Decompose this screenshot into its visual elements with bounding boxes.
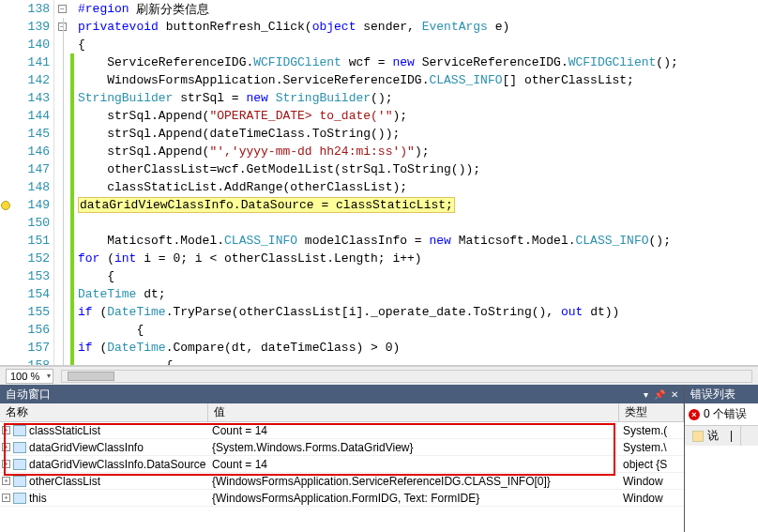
expand-icon[interactable]: + [2, 477, 10, 485]
fold-toggle[interactable]: − [58, 5, 67, 13]
line-number: 153 [0, 267, 53, 285]
line-number: 142 [0, 71, 53, 89]
line-number: 138 [0, 0, 53, 18]
variable-icon [13, 476, 26, 487]
expand-icon[interactable]: + [2, 494, 10, 502]
line-number: 141 [0, 53, 53, 71]
line-number: 143 [0, 89, 53, 107]
line-number: 139 [0, 18, 53, 36]
line-number: 148 [0, 178, 53, 196]
error-list-tabs: 说 | [685, 425, 758, 446]
code-area[interactable]: #region 刷新分类信息 private void buttonRefres… [74, 0, 758, 365]
line-number: 145 [0, 125, 53, 143]
line-number-gutter: 138 139 140 141 142 143 144 145 146 147 … [0, 0, 54, 365]
line-number: 149 [0, 196, 53, 214]
close-icon[interactable]: ✕ [671, 389, 678, 400]
error-list-panel: 错误列表 × 0 个错误 说 | [685, 385, 758, 532]
autos-panel-header[interactable]: 自动窗口 ▾ 📌 ✕ [0, 385, 684, 403]
table-row[interactable]: +dataGridViewClassInfo {System.Windows.F… [0, 439, 684, 456]
col-value[interactable]: 值 [208, 403, 619, 421]
line-number: 157 [0, 339, 53, 357]
variable-icon [13, 442, 26, 453]
line-number: 140 [0, 36, 53, 53]
autos-grid-header: 名称 值 类型 [0, 403, 684, 422]
table-row[interactable]: +this {WindowsFormsApplication.FormIDG, … [0, 490, 684, 507]
horizontal-scrollbar[interactable] [61, 370, 752, 383]
variable-icon [13, 425, 26, 436]
highlighted-statement: dataGridViewClassInfo.DataSource = class… [78, 197, 455, 213]
error-count-row[interactable]: × 0 个错误 [685, 403, 758, 425]
tab-icon [692, 431, 704, 442]
scroll-thumb[interactable] [68, 372, 114, 381]
zoom-combo[interactable]: 100 % [6, 369, 53, 384]
line-number: 154 [0, 285, 53, 303]
line-number: 155 [0, 303, 53, 321]
expand-icon[interactable]: + [2, 460, 10, 468]
line-number: 146 [0, 143, 53, 160]
bottom-panels: 自动窗口 ▾ 📌 ✕ 名称 值 类型 +classStaticList Coun… [0, 385, 758, 532]
error-list-header[interactable]: 错误列表 [685, 385, 758, 403]
autos-panel: 自动窗口 ▾ 📌 ✕ 名称 值 类型 +classStaticList Coun… [0, 385, 685, 532]
expand-icon[interactable]: + [2, 443, 10, 451]
code-editor[interactable]: 138 139 140 141 142 143 144 145 146 147 … [0, 0, 758, 366]
variable-icon [13, 493, 26, 504]
expand-icon[interactable]: + [2, 426, 10, 434]
col-name[interactable]: 名称 [0, 403, 208, 421]
breakpoint-icon[interactable] [1, 201, 10, 210]
line-number: 147 [0, 160, 53, 178]
fold-gutter: − − [54, 0, 70, 365]
line-number: 150 [0, 214, 53, 232]
error-icon: × [689, 409, 700, 420]
line-number: 158 [0, 357, 53, 366]
line-number: 156 [0, 321, 53, 339]
col-type[interactable]: 类型 [619, 403, 684, 421]
variable-icon [13, 459, 26, 470]
autos-grid-body[interactable]: +classStaticList Count = 14System.( +dat… [0, 422, 684, 532]
table-row[interactable]: +dataGridViewClassInfo.DataSource Count … [0, 456, 684, 473]
autos-title: 自动窗口 [6, 387, 51, 403]
dropdown-icon[interactable]: ▾ [644, 389, 648, 400]
table-row[interactable]: +classStaticList Count = 14System.( [0, 422, 684, 439]
pin-icon[interactable]: 📌 [654, 389, 665, 400]
tab-description[interactable]: 说 | [685, 426, 741, 446]
line-number: 144 [0, 107, 53, 125]
table-row[interactable]: +otherClassList {WindowsFormsApplication… [0, 473, 684, 490]
line-number: 151 [0, 232, 53, 250]
editor-status-bar: 100 % [0, 366, 758, 385]
error-list-title: 错误列表 [690, 387, 735, 403]
line-number: 152 [0, 250, 53, 267]
